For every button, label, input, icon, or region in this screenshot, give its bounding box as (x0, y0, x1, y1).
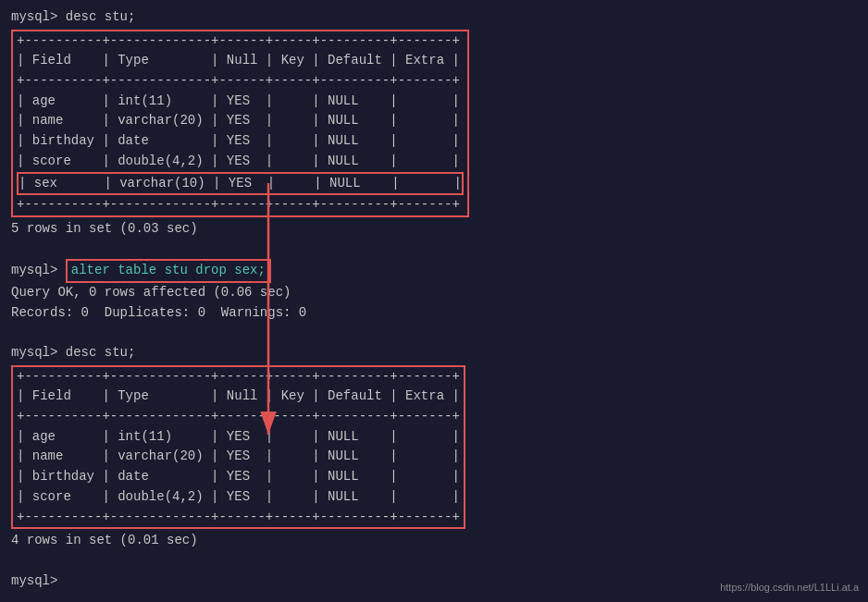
first-table-inner: +----------+-------------+------+-----+-… (13, 31, 467, 215)
first-prompt: mysql> desc stu; (11, 7, 857, 28)
row-score-1: | score | double(4,2) | YES | | NULL | | (17, 152, 464, 172)
row-count-2: 4 rows in set (0.01 sec) (11, 531, 857, 551)
sep-top-1: +----------+-------------+------+-----+-… (17, 31, 464, 52)
sep-mid-1: +----------+-------------+------+-----+-… (17, 71, 464, 92)
alter-cmd-box: alter table stu drop sex; (66, 259, 271, 283)
alter-prompt: mysql> (11, 263, 66, 277)
alter-cmd-text: alter table stu drop sex; (71, 263, 266, 277)
blank-1 (11, 240, 857, 260)
row-name-1: | name | varchar(20) | YES | | NULL | | (17, 111, 464, 131)
query-ok: Query OK, 0 rows affected (0.06 sec) (11, 283, 857, 303)
table-header-1: | Field | Type | Null | Key | Default | … (17, 51, 464, 71)
blank-2 (11, 323, 857, 343)
sep-mid-2: +----------+-------------+------+-----+-… (17, 407, 460, 427)
second-table-box: +----------+-------------+------+-----+-… (11, 365, 465, 530)
watermark: https://blog.csdn.net/L1LLi.at.a (720, 582, 859, 593)
row-birthday-2: | birthday | date | YES | | NULL | | (17, 467, 460, 487)
row-sex-1: | sex | varchar(10) | YES | | NULL | | (19, 174, 462, 194)
sep-top-2: +----------+-------------+------+-----+-… (17, 367, 460, 387)
alter-command-line: mysql> alter table stu drop sex; (11, 259, 857, 283)
terminal: mysql> desc stu; +----------+-----------… (0, 0, 868, 602)
sep-bot-1: +----------+-------------+------+-----+-… (17, 195, 464, 215)
records-line: Records: 0 Duplicates: 0 Warnings: 0 (11, 303, 857, 324)
second-prompt: mysql> desc stu; (11, 343, 857, 363)
row-count-1: 5 rows in set (0.03 sec) (11, 219, 857, 240)
sex-row-highlight: | sex | varchar(10) | YES | | NULL | | (17, 172, 464, 196)
table-header-2: | Field | Type | Null | Key | Default | … (17, 387, 460, 407)
row-birthday-1: | birthday | date | YES | | NULL | | (17, 131, 464, 152)
first-table-box: +----------+-------------+------+-----+-… (11, 30, 469, 217)
row-score-2: | score | double(4,2) | YES | | NULL | | (17, 487, 460, 508)
row-name-2: | name | varchar(20) | YES | | NULL | | (17, 447, 460, 467)
second-table-inner: +----------+-------------+------+-----+-… (13, 367, 464, 528)
row-age-2: | age | int(11) | YES | | NULL | | (17, 427, 460, 448)
sep-bot-2: +----------+-------------+------+-----+-… (17, 508, 460, 528)
blank-3 (11, 551, 857, 571)
row-age-1: | age | int(11) | YES | | NULL | | (17, 92, 464, 112)
